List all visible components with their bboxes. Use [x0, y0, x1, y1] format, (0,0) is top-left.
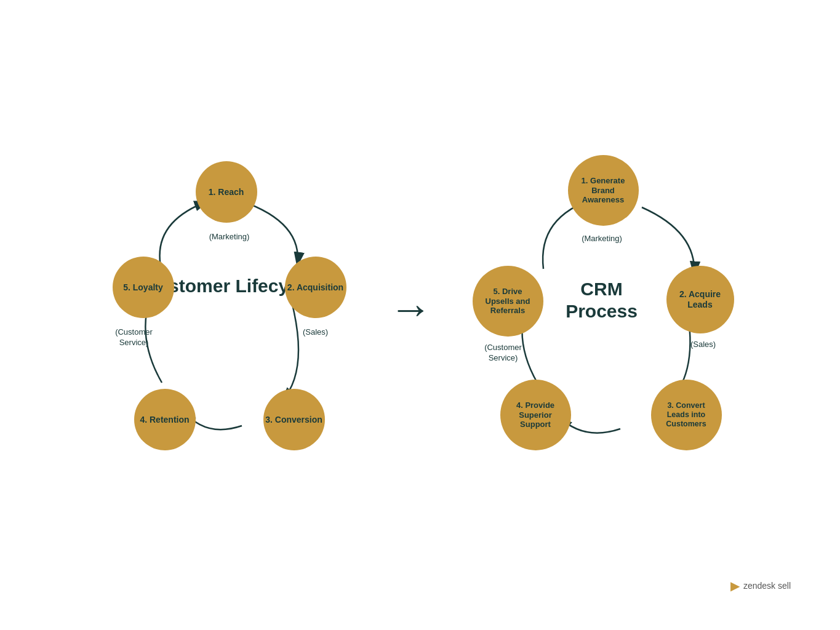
node-loyalty: 5. Loyalty: [113, 257, 174, 318]
node-conversion: 3. Conversion: [263, 389, 325, 450]
node-reach: 1. Reach: [196, 161, 257, 223]
brand-logo-icon: ▶: [730, 578, 740, 593]
node-support: 4. ProvideSuperiorSupport: [500, 380, 571, 450]
brand-name: zendesk sell: [743, 581, 791, 591]
left-diagram: 1. Reach (Marketing) 2. Acquisition (Sal…: [100, 143, 359, 487]
node-convert-leads: 3. ConvertLeads intoCustomers: [651, 380, 722, 450]
node-brand-awareness: 1. GenerateBrandAwareness: [568, 155, 639, 226]
node-acquire-leads: 2. AcquireLeads: [666, 266, 734, 333]
node-retention: 4. Retention: [134, 389, 196, 450]
node-acquisition: 2. Acquisition: [285, 257, 346, 318]
node-upsells: 5. DriveUpsells andReferrals: [473, 266, 543, 337]
connecting-arrow: →: [390, 287, 433, 330]
branding: ▶ zendesk sell: [730, 578, 791, 593]
right-diagram: 1. GenerateBrandAwareness (Marketing) 2.…: [463, 143, 740, 487]
main-container: 1. Reach (Marketing) 2. Acquisition (Sal…: [0, 0, 840, 630]
